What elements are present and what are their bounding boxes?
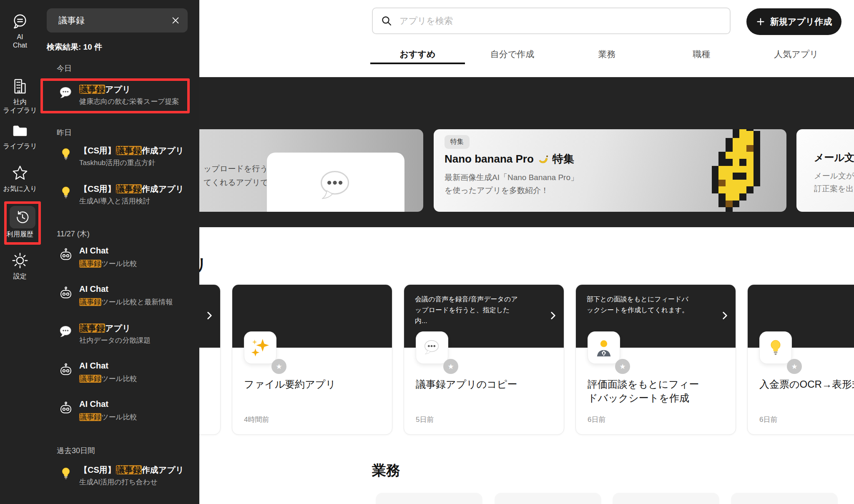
search-result-item[interactable]: AI Chat議事録ツール比較 xyxy=(0,246,199,278)
result-subtitle: 議事録ツール比較 xyxy=(79,412,137,422)
banner-left-text: ップロードを行う てくれるアプリで... xyxy=(203,162,275,189)
app-icon-tile xyxy=(416,331,448,364)
bulb-icon xyxy=(58,147,73,162)
search-term-highlight: 議事録 xyxy=(116,184,142,193)
history-search-input[interactable] xyxy=(58,15,171,26)
app-card-title: 入金票のOCR→表形式 xyxy=(759,377,854,391)
search-result-item[interactable]: AI Chat議事録ツール比較 xyxy=(0,399,199,431)
app-card-title: 評価面談をもとにフィードバックシートを作成 xyxy=(588,377,705,405)
sidebar-item-ai-chat[interactable]: AIChat xyxy=(0,13,40,50)
section-title-gyomu: 業務 xyxy=(372,461,400,480)
result-subtitle: 健康志向の飲む栄養スープ提案 xyxy=(79,97,179,106)
app-card-description: 部下との面談をもとにフィードバックシートを作成してくれます。 xyxy=(587,294,692,316)
search-result-item[interactable]: 議事録アプリ健康志向の飲む栄養スープ提案 xyxy=(0,84,199,115)
favorite-star-badge[interactable]: ★ xyxy=(271,359,286,374)
result-title: AI Chat xyxy=(79,246,108,256)
chat-bubble-icon xyxy=(316,167,355,205)
app-card-timestamp: 6日前 xyxy=(588,415,605,424)
result-title: AI Chat xyxy=(79,284,108,294)
robot-icon xyxy=(58,363,73,378)
history-group-label: 11/27 (木) xyxy=(57,229,90,239)
search-term-highlight: 議事録 xyxy=(79,298,101,306)
tab-osusume[interactable]: おすすめ xyxy=(370,43,465,64)
search-term-highlight: 議事録 xyxy=(79,375,101,383)
tab-gyomu[interactable]: 業務 xyxy=(560,43,654,64)
app-card[interactable]: 会議の音声を録音/音声データのアップロードを行うと、指定した内...★議事録アプ… xyxy=(404,284,564,435)
result-subtitle: Taskhub活用の重点方針 xyxy=(79,158,156,168)
result-title: AI Chat xyxy=(79,399,108,409)
app-card-title: ファイル要約アプリ xyxy=(244,377,362,391)
loading-card-placeholder xyxy=(495,493,601,504)
app-root: 新規アプリ作成 おすすめ自分で作成業務職種人気アプリ ップロードを行う てくれる… xyxy=(0,0,854,504)
search-result-item[interactable]: AI Chat議事録ツール比較と最新情報 xyxy=(0,284,199,316)
search-term-highlight: 議事録 xyxy=(79,323,105,333)
search-term-highlight: 議事録 xyxy=(116,146,142,155)
chevron-right-icon[interactable] xyxy=(722,311,728,321)
chat-bubble-icon xyxy=(58,85,73,100)
app-search-bar[interactable] xyxy=(372,8,731,34)
history-search-box[interactable] xyxy=(47,8,188,33)
banana-icon xyxy=(538,153,549,165)
plus-icon xyxy=(756,17,765,26)
catalog-tabs: おすすめ自分で作成業務職種人気アプリ xyxy=(370,43,844,64)
banner-description: 最新画像生成AI「Nano Banana Pro」 を使ったアプリを多数紹介！ xyxy=(445,171,578,197)
search-result-item[interactable]: 【CS用】議事録作成アプリ生成AI導入と活用検討 xyxy=(0,183,199,215)
new-app-button[interactable]: 新規アプリ作成 xyxy=(746,8,841,35)
result-subtitle: 議事録ツール比較 xyxy=(79,259,137,268)
app-card-title: 議事録アプリのコピー xyxy=(416,377,533,391)
result-subtitle: 議事録ツール比較 xyxy=(79,374,137,384)
history-group-label: 昨日 xyxy=(57,128,72,138)
loading-card-placeholder xyxy=(613,493,719,504)
search-result-item[interactable]: AI Chat議事録ツール比較 xyxy=(0,361,199,393)
result-subtitle: 社内データの分散課題 xyxy=(79,336,151,345)
app-card[interactable]: ★入金票のOCR→表形式6日前 xyxy=(747,284,854,435)
search-term-highlight: 議事録 xyxy=(116,465,142,474)
app-card[interactable]: 部下との面談をもとにフィードバックシートを作成してくれます。★評価面談をもとにフ… xyxy=(575,284,736,435)
result-title: 【CS用】議事録作成アプリ xyxy=(79,183,184,195)
app-search-input[interactable] xyxy=(399,15,721,26)
result-title: 議事録アプリ xyxy=(79,84,131,95)
search-result-item[interactable]: 議事録アプリ社内データの分散課題 xyxy=(0,323,199,354)
search-term-highlight: 議事録 xyxy=(79,260,101,268)
app-card-description: 会議の音声を録音/音声データのアップロードを行うと、指定した内... xyxy=(415,294,520,326)
banner-title: Nano banana Pro 特集 xyxy=(445,152,574,166)
search-result-item[interactable]: 【CS用】議事録作成アプリTaskhub活用の重点方針 xyxy=(0,145,199,177)
chevron-right-icon[interactable] xyxy=(550,311,556,321)
app-icon-tile xyxy=(759,331,792,364)
result-count: 検索結果: 10 件 xyxy=(47,42,102,53)
result-title: 【CS用】議事録作成アプリ xyxy=(79,464,184,476)
chevron-right-icon[interactable] xyxy=(206,311,213,321)
banner-description: メール文が正し 訂正案を出力し xyxy=(814,169,854,195)
bulb-icon xyxy=(58,466,73,481)
search-result-item[interactable]: 【CS用】議事録作成アプリ生成AI活用の打ち合わせ xyxy=(0,464,199,496)
sidebar-item-label: 利用履歴 xyxy=(7,230,38,238)
tab-ninki-apuri[interactable]: 人気アプリ xyxy=(749,43,844,64)
tab-jibun-de-sakusei[interactable]: 自分で作成 xyxy=(465,43,560,64)
sidebar-item-label: AIChat xyxy=(0,33,40,50)
banner-right-partial[interactable]: メール文の メール文が正し 訂正案を出力し xyxy=(796,129,854,212)
favorite-star-badge[interactable]: ★ xyxy=(615,359,630,374)
search-icon xyxy=(381,15,392,26)
result-title: AI Chat xyxy=(79,361,108,371)
banner-left-preview-tile xyxy=(267,153,404,212)
loading-card-placeholder xyxy=(376,493,482,504)
sparkles-icon xyxy=(251,338,270,357)
app-card[interactable]: ★ファイル要約アプリ4時間前 xyxy=(232,284,392,435)
app-card-timestamp: 4時間前 xyxy=(244,415,269,424)
search-term-highlight: 議事録 xyxy=(79,85,105,94)
new-app-button-label: 新規アプリ作成 xyxy=(770,16,832,28)
result-subtitle: 生成AI活用の打ち合わせ xyxy=(79,477,158,487)
robot-icon xyxy=(58,248,73,263)
ai-chat-icon xyxy=(0,13,40,30)
history-group-label: 今日 xyxy=(57,63,72,73)
bulb-icon xyxy=(58,185,73,200)
clear-search-icon[interactable] xyxy=(171,16,180,25)
banner-title: メール文の xyxy=(814,151,854,164)
favorite-star-badge[interactable]: ★ xyxy=(443,359,458,374)
bulb-icon xyxy=(766,338,785,357)
banner-nano-banana[interactable]: 特集 Nano banana Pro 特集 最新画像生成AI「Nano Bana… xyxy=(434,129,786,212)
favorite-star-badge[interactable]: ★ xyxy=(787,359,802,374)
featured-badge: 特集 xyxy=(445,135,470,149)
robot-icon xyxy=(58,401,73,416)
tab-shokushu[interactable]: 職種 xyxy=(654,43,749,64)
